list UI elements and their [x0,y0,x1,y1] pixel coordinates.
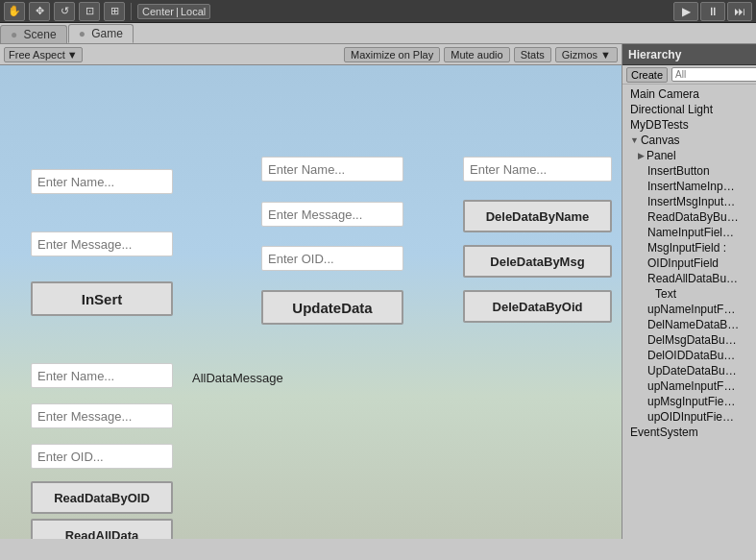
tree-label-insert-name-inp: InsertNameInp… [647,180,735,193]
tree-label-text: Text [655,287,676,301]
tree-label-mydbtest: MyDBTests [630,118,689,132]
tree-item-up-name-input2[interactable]: upNameInputF… [622,378,756,394]
tree-label-up-name-input2: upNameInputF… [647,379,735,393]
tree-label-main-camera: Main Camera [630,87,699,101]
tree-item-mydbtest[interactable]: MyDBTests [622,117,756,133]
del-msg-input[interactable] [261,202,403,227]
stats-btn[interactable]: Stats [514,47,551,62]
read-all-button[interactable]: ReadAllData [31,519,173,539]
rotate-tool-btn[interactable]: ↺ [54,2,75,21]
panel-arrow: ▶ [638,151,645,160]
tree-item-up-name-input[interactable]: upNameInputF… [622,302,756,317]
free-aspect-select[interactable]: Free Aspect ▼ [4,47,83,62]
tree-item-del-oid-data-bu[interactable]: DelOIDDataBu… [622,348,756,363]
insert-name-input[interactable] [31,169,173,194]
tree-item-main-camera[interactable]: Main Camera [622,86,756,102]
tree-label-insert-msg-input: InsertMsgInput… [647,195,735,208]
tree-item-panel[interactable]: ▶ Panel [622,148,756,163]
read-by-oid-button[interactable]: ReadDataByOID [31,481,173,514]
top-toolbar: ✋ ✥ ↺ ⊡ ⊞ Center | Local ▶ ⏸ ⏭ [0,0,756,23]
insert-button[interactable]: InSert [31,281,173,316]
tree-item-read-all-data-bu[interactable]: ReadAllDataBu… [622,271,756,286]
dele-data-by-name-button[interactable]: DeleDataByName [463,200,612,232]
local-label: Local [181,6,206,17]
tree-item-event-system[interactable]: EventSystem [622,425,756,440]
up-msg-input[interactable] [31,403,173,428]
del-oid-input[interactable] [261,246,403,271]
tree-item-insert-name-inp[interactable]: InsertNameInp… [622,179,756,194]
del-name-input[interactable] [261,157,403,182]
center-label: Center [142,6,174,17]
tree-label-msg-input-field: MsgInputField : [647,241,726,255]
tree-item-insert-msg-input[interactable]: InsertMsgInput… [622,194,756,209]
tree-label-directional-light: Directional Light [630,103,713,116]
tree-label-read-all-data-bu: ReadAllDataBu… [647,272,738,285]
scale-tool-btn[interactable]: ⊡ [79,2,100,21]
center-local-toggle[interactable]: Center | Local [137,4,210,19]
pause-button[interactable]: ⏸ [700,2,725,21]
tree-label-canvas: Canvas [641,134,680,147]
hand-tool-btn[interactable]: ✋ [4,2,25,21]
game-tab-label: Game [91,27,123,40]
tree-item-up-msg-input[interactable]: upMsgInputFie… [622,394,756,409]
gizmos-arrow: ▼ [600,49,611,61]
tree-item-del-name-data-b[interactable]: DelNameDataB… [622,317,756,332]
gizmos-label: Gizmos [562,49,597,61]
hierarchy-tree: Main Camera Directional Light MyDBTests … [622,85,756,539]
tree-label-oid-input-field: OIDInputField [647,256,719,270]
main-area: Free Aspect ▼ Maximize on Play Mute audi… [0,44,756,539]
tree-label-name-input-field: NameInputFiel… [647,226,734,239]
tree-item-insert-button[interactable]: InsertButton [622,163,756,179]
game-bar-right: Maximize on Play Mute audio Stats Gizmos… [344,47,618,62]
tree-label-read-data-by-bu: ReadDataByBu… [647,210,739,224]
tree-item-update-data-bu[interactable]: UpDateDataBu… [622,363,756,378]
tree-item-del-msg-data-bu[interactable]: DelMsgDataBu… [622,332,756,348]
step-button[interactable]: ⏭ [727,2,752,21]
tree-item-up-oid-input[interactable]: upOIDInputFie… [622,409,756,425]
mute-audio-btn[interactable]: Mute audio [444,47,509,62]
tree-label-update-data-bu: UpDateDataBu… [647,364,737,377]
tree-item-oid-input-field[interactable]: OIDInputField [622,256,756,271]
game-tab-dot: ● [79,27,85,40]
tree-item-name-input-field[interactable]: NameInputFiel… [622,225,756,240]
up-oid-input[interactable] [31,444,173,469]
game-column: Free Aspect ▼ Maximize on Play Mute audi… [0,44,622,539]
hierarchy-header: Hierarchy [622,44,756,65]
tree-item-read-data-by-bu[interactable]: ReadDataByBu… [622,209,756,225]
tree-item-msg-input-field[interactable]: MsgInputField : [622,240,756,256]
create-button[interactable]: Create [626,67,668,83]
tree-label-up-name-input: upNameInputF… [647,303,735,316]
play-controls: ▶ ⏸ ⏭ [673,2,752,21]
pipe-sep: | [176,6,179,17]
hierarchy-search[interactable] [671,67,756,82]
play-button[interactable]: ▶ [673,2,698,21]
tree-label-panel: Panel [646,149,676,162]
free-aspect-arrow: ▼ [67,49,78,61]
gizmos-btn[interactable]: Gizmos ▼ [555,47,618,62]
tab-bar: ● Scene ● Game [0,23,756,44]
maximize-on-play-btn[interactable]: Maximize on Play [344,47,440,62]
up-name-input[interactable] [31,363,173,388]
tree-item-text[interactable]: Text [622,286,756,302]
scene-tab-label: Scene [24,28,57,41]
tree-label-del-oid-data-bu: DelOIDDataBu… [647,349,735,362]
tree-label-del-msg-data-bu: DelMsgDataBu… [647,333,737,347]
tree-label-event-system: EventSystem [630,426,698,439]
insert-msg-input[interactable] [31,231,173,256]
tab-scene[interactable]: ● Scene [0,25,67,43]
read-name-input[interactable] [463,157,612,182]
game-bar: Free Aspect ▼ Maximize on Play Mute audi… [0,44,622,65]
canvas-arrow: ▼ [630,135,639,145]
tree-item-canvas[interactable]: ▼ Canvas [622,133,756,148]
update-data-button[interactable]: UpdateData [261,290,403,325]
toolbar-sep-1 [131,3,132,20]
tab-game[interactable]: ● Game [68,24,134,43]
tree-item-directional-light[interactable]: Directional Light [622,102,756,117]
dele-data-by-oid-button[interactable]: DeleDataByOid [463,290,612,323]
hierarchy-panel: Hierarchy Create Main Camera Directional… [622,44,756,539]
game-view: InSert DeleDataByName DeleDataByMsg Dele… [0,65,622,539]
dele-data-by-msg-button[interactable]: DeleDataByMsg [463,245,612,278]
rect-tool-btn[interactable]: ⊞ [104,2,125,21]
all-data-message-text: AllDataMessage [192,371,283,385]
move-tool-btn[interactable]: ✥ [29,2,50,21]
